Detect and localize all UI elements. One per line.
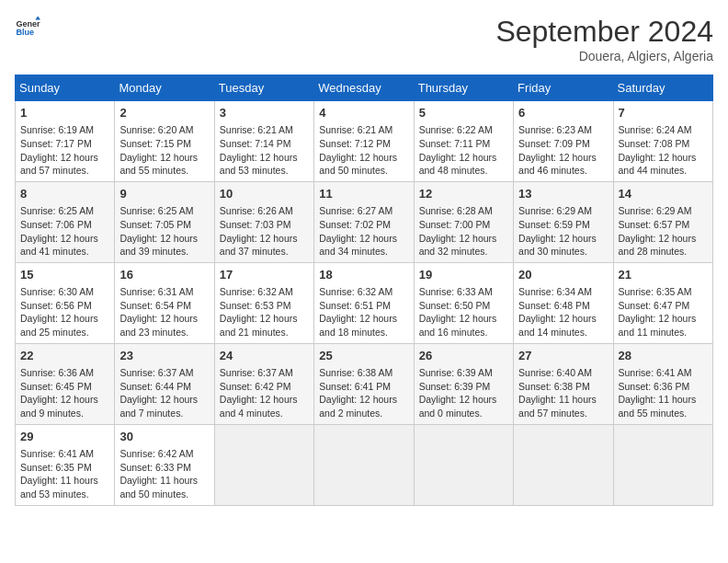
day-info-line: Sunrise: 6:22 AM: [419, 123, 508, 137]
day-number: 5: [419, 105, 508, 121]
day-info-line: Sunset: 6:45 PM: [20, 380, 109, 394]
calendar-cell: [314, 424, 414, 505]
day-number: 4: [319, 105, 408, 121]
day-info-line: Sunrise: 6:42 AM: [119, 447, 209, 461]
calendar-week-row: 22Sunrise: 6:36 AMSunset: 6:45 PMDayligh…: [16, 343, 713, 424]
header-wednesday: Wednesday: [314, 75, 414, 101]
header-sunday: Sunday: [16, 75, 115, 101]
day-info-line: Sunset: 6:53 PM: [220, 299, 309, 313]
day-info-line: Sunrise: 6:27 AM: [319, 204, 408, 218]
day-number: 28: [619, 348, 708, 364]
day-info-line: and 14 minutes.: [518, 326, 608, 339]
day-number: 21: [619, 267, 708, 283]
day-info-line: Daylight: 12 hours: [119, 232, 209, 246]
header-thursday: Thursday: [414, 75, 513, 101]
day-info-line: and 18 minutes.: [319, 326, 408, 339]
day-info-line: Daylight: 11 hours: [518, 393, 608, 407]
day-info-line: Sunrise: 6:32 AM: [319, 285, 408, 299]
day-info-line: Sunrise: 6:20 AM: [119, 123, 209, 137]
calendar-cell: 4Sunrise: 6:21 AMSunset: 7:12 PMDaylight…: [314, 101, 414, 182]
day-info-line: Sunrise: 6:23 AM: [518, 123, 608, 137]
day-info-line: Daylight: 12 hours: [20, 393, 109, 407]
calendar-cell: 30Sunrise: 6:42 AMSunset: 6:33 PMDayligh…: [115, 424, 214, 505]
day-info-line: Daylight: 11 hours: [119, 474, 209, 488]
calendar-cell: 21Sunrise: 6:35 AMSunset: 6:47 PMDayligh…: [613, 262, 712, 343]
day-info-line: Sunset: 6:42 PM: [220, 380, 309, 394]
day-info-line: Daylight: 12 hours: [319, 232, 408, 246]
day-info-line: Sunset: 7:17 PM: [20, 137, 109, 151]
day-info-line: and 7 minutes.: [119, 407, 209, 420]
calendar-cell: 19Sunrise: 6:33 AMSunset: 6:50 PMDayligh…: [414, 262, 513, 343]
day-info-line: Daylight: 12 hours: [20, 232, 109, 246]
day-info-line: Daylight: 12 hours: [119, 151, 209, 165]
logo: General Blue: [15, 15, 40, 40]
day-info-line: Sunset: 6:51 PM: [319, 299, 408, 313]
calendar-cell: 5Sunrise: 6:22 AMSunset: 7:11 PMDaylight…: [414, 101, 513, 182]
day-info-line: and 0 minutes.: [419, 407, 508, 420]
day-info-line: and 34 minutes.: [319, 245, 408, 259]
day-info-line: and 39 minutes.: [119, 245, 209, 259]
header-friday: Friday: [514, 75, 613, 101]
calendar-cell: 25Sunrise: 6:38 AMSunset: 6:41 PMDayligh…: [314, 343, 414, 424]
day-number: 17: [220, 267, 309, 283]
calendar-cell: 13Sunrise: 6:29 AMSunset: 6:59 PMDayligh…: [514, 181, 613, 262]
day-info-line: and 55 minutes.: [119, 164, 209, 178]
day-number: 19: [419, 267, 508, 283]
calendar-cell: 28Sunrise: 6:41 AMSunset: 6:36 PMDayligh…: [613, 343, 712, 424]
day-number: 26: [419, 348, 508, 364]
day-info-line: Sunset: 6:35 PM: [20, 461, 109, 475]
title-block: September 2024 Douera, Algiers, Algeria: [495, 15, 713, 63]
day-info-line: Sunset: 7:03 PM: [220, 218, 309, 232]
day-info-line: Sunrise: 6:33 AM: [419, 285, 508, 299]
calendar-cell: [214, 424, 313, 505]
day-info-line: Daylight: 12 hours: [619, 232, 708, 246]
day-info-line: Sunset: 7:15 PM: [119, 137, 209, 151]
day-info-line: Daylight: 12 hours: [220, 312, 309, 326]
location-subtitle: Douera, Algiers, Algeria: [495, 49, 713, 63]
calendar-cell: 16Sunrise: 6:31 AMSunset: 6:54 PMDayligh…: [115, 262, 214, 343]
day-info-line: Daylight: 12 hours: [518, 232, 608, 246]
day-info-line: Sunset: 7:00 PM: [419, 218, 508, 232]
day-info-line: Daylight: 12 hours: [220, 151, 309, 165]
day-info-line: Daylight: 12 hours: [220, 232, 309, 246]
day-info-line: Sunset: 7:06 PM: [20, 218, 109, 232]
day-number: 24: [220, 348, 309, 364]
day-info-line: Sunrise: 6:25 AM: [119, 204, 209, 218]
day-info-line: Sunrise: 6:29 AM: [518, 204, 608, 218]
day-number: 27: [518, 348, 608, 364]
day-number: 30: [119, 429, 209, 445]
day-info-line: and 50 minutes.: [119, 488, 209, 501]
day-number: 7: [619, 105, 708, 121]
day-info-line: Sunrise: 6:39 AM: [419, 366, 508, 380]
calendar-cell: 26Sunrise: 6:39 AMSunset: 6:39 PMDayligh…: [414, 343, 513, 424]
day-info-line: Daylight: 12 hours: [419, 312, 508, 326]
day-info-line: Sunset: 6:38 PM: [518, 380, 608, 394]
calendar-cell: 7Sunrise: 6:24 AMSunset: 7:08 PMDaylight…: [613, 101, 712, 182]
calendar-cell: [613, 424, 712, 505]
logo-icon: General Blue: [15, 15, 40, 40]
day-info-line: Daylight: 12 hours: [319, 312, 408, 326]
day-info-line: Sunrise: 6:40 AM: [518, 366, 608, 380]
day-number: 25: [319, 348, 408, 364]
calendar-week-row: 15Sunrise: 6:30 AMSunset: 6:56 PMDayligh…: [16, 262, 713, 343]
calendar-cell: 24Sunrise: 6:37 AMSunset: 6:42 PMDayligh…: [214, 343, 313, 424]
calendar-cell: [414, 424, 513, 505]
day-info-line: Daylight: 12 hours: [419, 151, 508, 165]
day-info-line: and 53 minutes.: [20, 488, 109, 501]
day-info-line: Daylight: 12 hours: [220, 393, 309, 407]
day-info-line: and 55 minutes.: [619, 407, 708, 420]
month-title: September 2024: [495, 15, 713, 49]
day-info-line: and 11 minutes.: [619, 326, 708, 339]
day-info-line: Sunrise: 6:34 AM: [518, 285, 608, 299]
day-info-line: and 57 minutes.: [518, 407, 608, 420]
day-info-line: Sunrise: 6:32 AM: [220, 285, 309, 299]
day-info-line: and 4 minutes.: [220, 407, 309, 420]
calendar-cell: 1Sunrise: 6:19 AMSunset: 7:17 PMDaylight…: [16, 101, 115, 182]
day-info-line: Sunset: 6:59 PM: [518, 218, 608, 232]
day-info-line: Daylight: 12 hours: [319, 393, 408, 407]
calendar-cell: 2Sunrise: 6:20 AMSunset: 7:15 PMDaylight…: [115, 101, 214, 182]
day-info-line: Daylight: 11 hours: [20, 474, 109, 488]
day-number: 3: [220, 105, 309, 121]
day-info-line: Sunrise: 6:25 AM: [20, 204, 109, 218]
day-info-line: Sunrise: 6:37 AM: [119, 366, 209, 380]
